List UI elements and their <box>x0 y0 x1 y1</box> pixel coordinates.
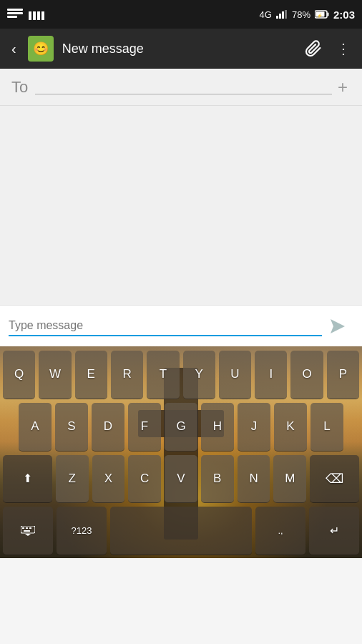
battery-icon: ⚡ <box>315 10 329 19</box>
enter-icon: ↵ <box>330 524 339 537</box>
key-s[interactable]: S <box>55 403 88 452</box>
to-field-container: To + <box>0 69 362 106</box>
attach-button[interactable] <box>299 34 328 63</box>
key-j[interactable]: J <box>238 403 270 452</box>
key-p[interactable]: P <box>327 351 359 399</box>
screen-title: New message <box>62 42 293 57</box>
enter-key[interactable]: ↵ <box>309 507 359 555</box>
key-z[interactable]: Z <box>56 455 89 504</box>
key-o[interactable]: O <box>290 351 323 399</box>
svg-rect-0 <box>7 9 23 11</box>
key-t[interactable]: T <box>147 351 179 399</box>
key-r[interactable]: R <box>111 351 143 399</box>
shift-icon: ⬆ <box>23 472 32 485</box>
svg-rect-17 <box>22 527 24 529</box>
svg-marker-15 <box>331 319 345 333</box>
add-recipient-button[interactable]: + <box>332 74 351 100</box>
key-q[interactable]: Q <box>3 351 35 399</box>
svg-rect-5 <box>37 11 40 20</box>
key-f[interactable]: F <box>128 403 161 452</box>
send-icon <box>328 316 348 336</box>
key-l[interactable]: L <box>310 403 343 452</box>
key-c[interactable]: C <box>128 455 161 504</box>
message-area <box>0 106 362 305</box>
signal-label: 4G <box>260 9 272 20</box>
status-left <box>7 9 44 20</box>
keyboard-row-2: A S D F G H J K L <box>3 403 359 452</box>
svg-rect-18 <box>26 527 28 529</box>
key-v[interactable]: V <box>165 455 197 504</box>
key-e[interactable]: E <box>75 351 107 399</box>
key-k[interactable]: K <box>274 403 307 452</box>
key-x[interactable]: X <box>92 455 125 504</box>
paperclip-icon <box>305 40 322 57</box>
key-y[interactable]: Y <box>183 351 215 399</box>
key-g[interactable]: G <box>165 403 197 452</box>
key-d[interactable]: D <box>92 403 124 452</box>
svg-rect-8 <box>279 14 281 19</box>
app-emoji: 😊 <box>33 41 49 57</box>
svg-rect-3 <box>29 11 31 20</box>
svg-marker-21 <box>25 534 31 536</box>
keyboard-status-icon <box>7 9 23 20</box>
key-w[interactable]: W <box>39 351 71 399</box>
svg-rect-1 <box>7 12 23 14</box>
svg-text:⚡: ⚡ <box>317 13 323 19</box>
svg-rect-6 <box>41 11 44 20</box>
more-options-button[interactable]: ⋮ <box>331 34 356 63</box>
svg-rect-4 <box>33 11 36 20</box>
time-label: 2:03 <box>333 9 355 21</box>
to-input[interactable] <box>35 79 332 94</box>
svg-rect-2 <box>7 16 17 18</box>
type-message-input[interactable] <box>9 316 322 336</box>
key-b[interactable]: B <box>201 455 234 504</box>
action-bar: ‹ 😊 New message ⋮ <box>0 29 362 69</box>
key-i[interactable]: I <box>255 351 287 399</box>
message-area-inner <box>11 112 351 299</box>
keyboard-toggle-key[interactable] <box>3 507 53 555</box>
action-icons: ⋮ <box>299 34 356 63</box>
space-key[interactable] <box>110 507 252 555</box>
key-h[interactable]: H <box>201 403 234 452</box>
keyboard-row-4: ?123 ., ↵ <box>3 507 359 555</box>
type-message-bar <box>0 305 362 346</box>
send-button[interactable] <box>322 311 353 342</box>
backspace-icon: ⌫ <box>326 471 343 487</box>
svg-rect-20 <box>24 530 30 532</box>
svg-rect-19 <box>29 527 31 529</box>
svg-rect-12 <box>327 13 328 16</box>
svg-rect-10 <box>285 10 287 19</box>
keyboard-toggle-icon <box>21 526 35 536</box>
period-comma-key[interactable]: ., <box>255 507 305 555</box>
svg-rect-9 <box>282 11 284 19</box>
shift-key[interactable]: ⬆ <box>3 455 52 504</box>
signal-icon <box>276 10 288 19</box>
svg-rect-16 <box>21 526 35 533</box>
back-button[interactable]: ‹ <box>6 35 22 63</box>
app-icon: 😊 <box>28 36 54 62</box>
bars-icon <box>29 9 44 20</box>
backspace-key[interactable]: ⌫ <box>310 455 359 504</box>
battery-label: 78% <box>292 9 310 20</box>
key-u[interactable]: U <box>219 351 251 399</box>
svg-rect-7 <box>276 16 278 19</box>
keyboard-row-3: ⬆ Z X C V B N M ⌫ <box>3 455 359 504</box>
key-a[interactable]: A <box>19 403 52 452</box>
to-label: To <box>11 78 28 97</box>
keyboard-rows: Q W E R T Y U I O P A S D F G H J K L ⬆ <box>0 346 362 558</box>
key-n[interactable]: N <box>238 455 270 504</box>
keyboard: Q W E R T Y U I O P A S D F G H J K L ⬆ <box>0 346 362 558</box>
keyboard-row-1: Q W E R T Y U I O P <box>3 351 359 399</box>
status-right: 4G 78% ⚡ 2:03 <box>260 9 355 21</box>
symbols-key[interactable]: ?123 <box>57 507 107 555</box>
key-m[interactable]: M <box>273 455 306 504</box>
status-bar: 4G 78% ⚡ 2:03 <box>0 0 362 29</box>
